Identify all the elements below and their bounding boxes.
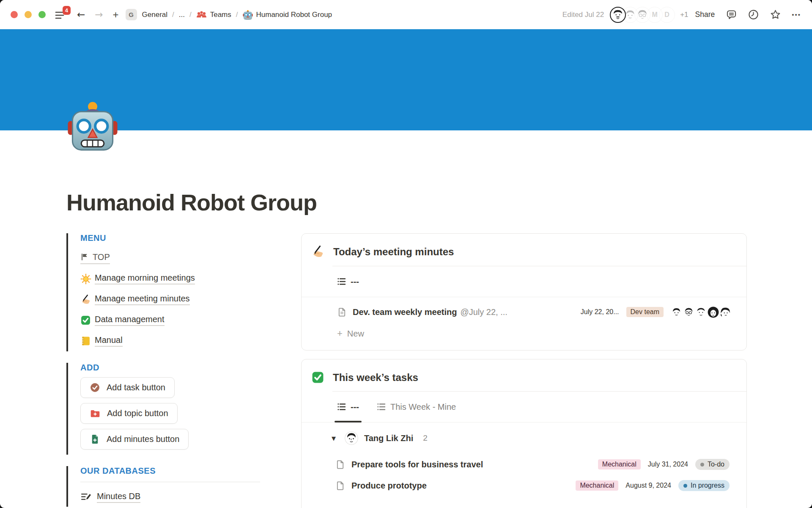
weekly-tasks-card-title: This week’s tasks [333, 372, 418, 384]
tasks-view-tab-this-week-mine[interactable]: This Week - Mine [377, 392, 456, 422]
add-heading: ADD [80, 363, 265, 373]
robot-emoji-icon [243, 10, 253, 20]
task-row[interactable]: Produce prototype Mechanical August 9, 2… [302, 475, 746, 496]
collapse-triangle-icon[interactable]: ▼ [332, 435, 336, 442]
menu-item-top[interactable]: TOP [80, 248, 265, 268]
favorite-star-icon[interactable] [770, 9, 781, 20]
team-tag: Dev team [626, 307, 664, 317]
page-icon [337, 307, 347, 317]
meeting-date-mention: @July 22, ... [460, 307, 507, 317]
tasks-view-tab-default[interactable]: --- [337, 392, 359, 422]
close-window-button[interactable] [11, 11, 18, 18]
breadcrumb-general[interactable]: General [142, 11, 167, 19]
add-minutes-button[interactable]: Add minutes button [80, 429, 189, 450]
comments-icon[interactable] [726, 9, 737, 20]
traffic-lights [11, 11, 46, 18]
add-topic-button[interactable]: Add topic button [80, 403, 178, 424]
meeting-minutes-card: Today’s meeting minutes [301, 233, 747, 351]
task-title: Prepare tools for business travel [351, 460, 483, 469]
share-button[interactable]: Share [695, 10, 715, 19]
minutes-view-tab[interactable]: --- [337, 266, 359, 297]
assignee-name: Tang Lik Zhi [364, 433, 413, 443]
attendee-avatar [683, 306, 694, 318]
weekly-tasks-card: This week’s tasks [301, 359, 747, 508]
list-view-icon [337, 277, 346, 286]
zoom-window-button[interactable] [38, 11, 46, 18]
page-icon [335, 460, 345, 469]
notion-window: 4 ← → + G General / ... / [0, 0, 812, 508]
breadcrumb-teams[interactable]: Teams [196, 10, 231, 19]
menu-item-morning-meetings[interactable]: Manage morning meetings [80, 268, 265, 289]
add-task-button[interactable]: Add task button [80, 377, 175, 398]
list-view-icon [377, 402, 386, 411]
updates-clock-icon[interactable] [748, 9, 759, 20]
task-date: August 9, 2024 [625, 482, 671, 489]
task-status-badge: In progress [678, 480, 730, 491]
assignee-group-row[interactable]: ▼ Tang Lik Zhi 2 [302, 422, 746, 454]
inbox-badge: 4 [63, 6, 71, 15]
back-button[interactable]: ← [77, 10, 85, 19]
file-plus-icon [90, 434, 100, 444]
status-dot [683, 484, 687, 488]
page-robot-emoji[interactable] [67, 100, 118, 152]
menu-section: MENU TOP [66, 233, 265, 351]
minutes-db-link[interactable]: Minutes DB [80, 487, 265, 507]
menu-item-manual[interactable]: Manual [80, 331, 265, 351]
attendee-avatar [671, 306, 682, 318]
ledger-emoji-icon [80, 336, 95, 346]
check-mark-emoji-icon [311, 371, 324, 384]
status-dot [700, 463, 704, 467]
writing-hand-emoji-icon [80, 294, 95, 305]
databases-section: OUR DATABASES Minutes DB [66, 466, 265, 507]
menu-item-data-management[interactable]: Data management [80, 310, 265, 331]
attendee-avatars [671, 306, 731, 318]
meeting-title: Dev. team weekly meeting [353, 307, 457, 317]
attendee-avatar [720, 306, 731, 318]
assignee-avatar [345, 431, 358, 445]
sun-emoji-icon [80, 273, 95, 284]
folder-plus-icon [90, 408, 101, 419]
avatar-active-user[interactable] [610, 7, 626, 23]
databases-heading: OUR DATABASES [80, 466, 265, 476]
window-titlebar: 4 ← → + G General / ... / [0, 0, 812, 29]
last-edited-label: Edited Jul 22 [562, 11, 604, 19]
group-task-count: 2 [423, 433, 428, 443]
page-icon [335, 481, 345, 491]
task-tag: Mechanical [598, 459, 641, 469]
attendee-avatar [695, 306, 707, 318]
task-title: Produce prototype [351, 481, 427, 491]
meeting-date-cell: July 22, 20... [581, 308, 619, 316]
meeting-row[interactable]: Dev. team weekly meeting @July 22, ... J… [302, 301, 746, 323]
list-view-icon [337, 402, 346, 411]
page-title[interactable]: Humanoid Robot Group [66, 189, 747, 215]
attendee-avatar [708, 306, 719, 318]
check-circle-icon [90, 382, 100, 393]
flag-icon [80, 253, 89, 261]
cover-image[interactable] [0, 29, 812, 130]
task-status-badge: To-do [695, 459, 730, 470]
task-date: July 31, 2024 [648, 461, 688, 468]
breadcrumb-current-page[interactable]: Humanoid Robot Group [243, 10, 332, 20]
task-tag: Mechanical [576, 480, 618, 491]
add-new-meeting-row[interactable]: + New [302, 323, 746, 344]
teams-people-icon [196, 10, 207, 19]
check-mark-emoji-icon [80, 315, 95, 326]
database-edit-icon [80, 491, 92, 503]
task-row[interactable]: Prepare tools for business travel Mechan… [302, 454, 746, 475]
forward-button[interactable]: → [95, 10, 103, 19]
menu-heading: MENU [80, 233, 265, 243]
page-menu-column: MENU TOP [66, 233, 265, 507]
more-options-icon[interactable]: ••• [792, 11, 801, 18]
workspace-chip[interactable]: G [126, 9, 137, 20]
meeting-minutes-card-title: Today’s meeting minutes [333, 246, 454, 258]
new-tab-button[interactable]: + [113, 10, 119, 20]
presence-overflow-count[interactable]: +1 [680, 11, 688, 19]
databases-divider [80, 482, 260, 482]
presence-avatars: M D [610, 7, 675, 23]
sidebar-toggle-icon[interactable]: 4 [55, 9, 67, 21]
minimize-window-button[interactable] [25, 11, 32, 18]
writing-hand-emoji-icon [311, 245, 325, 259]
breadcrumb-ellipsis[interactable]: ... [179, 11, 185, 19]
add-section: ADD Add task button [66, 363, 265, 455]
menu-item-meeting-minutes[interactable]: Manage meeting minutes [80, 289, 265, 310]
